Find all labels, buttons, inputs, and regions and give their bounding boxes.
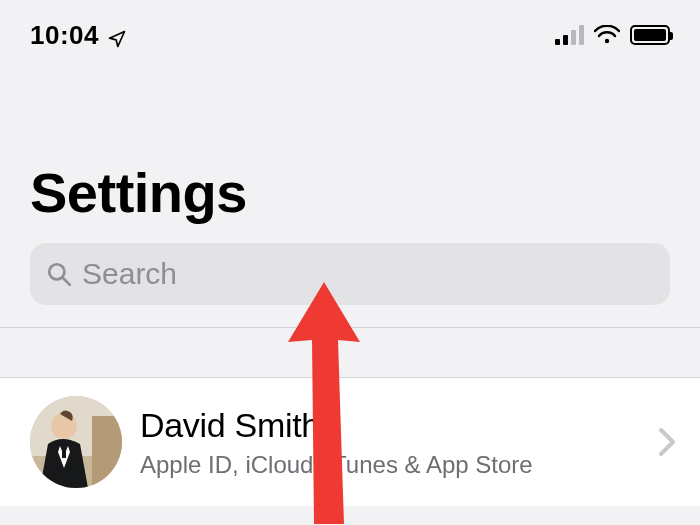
- battery-icon: [630, 25, 670, 45]
- search-input[interactable]: [82, 257, 654, 291]
- svg-rect-7: [62, 450, 66, 458]
- avatar: [30, 396, 122, 488]
- location-arrow-icon: [107, 25, 127, 45]
- page-title: Settings: [0, 52, 700, 243]
- status-bar: 10:04: [0, 0, 700, 52]
- svg-line-2: [62, 277, 70, 285]
- svg-point-6: [51, 413, 77, 439]
- svg-rect-5: [92, 416, 122, 488]
- section-divider: [0, 327, 700, 377]
- wifi-icon: [594, 25, 620, 45]
- status-time: 10:04: [30, 20, 99, 51]
- account-text: David Smith Apple ID, iCloud, iTunes & A…: [140, 406, 640, 479]
- account-row[interactable]: David Smith Apple ID, iCloud, iTunes & A…: [0, 377, 700, 506]
- cellular-signal-icon: [555, 25, 584, 45]
- svg-point-0: [605, 39, 609, 43]
- status-left: 10:04: [30, 20, 127, 51]
- search-icon: [46, 261, 72, 287]
- search-container: [0, 243, 700, 327]
- chevron-right-icon: [658, 427, 676, 457]
- search-field[interactable]: [30, 243, 670, 305]
- status-right: [555, 25, 670, 45]
- account-name: David Smith: [140, 406, 640, 445]
- account-subtitle: Apple ID, iCloud, iTunes & App Store: [140, 451, 640, 479]
